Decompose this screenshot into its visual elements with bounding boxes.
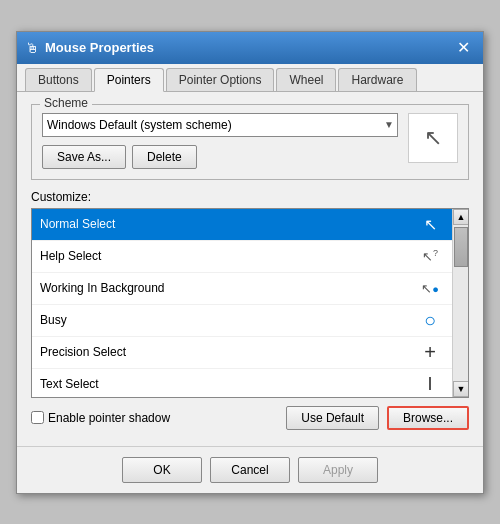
cursor-icon-text: I xyxy=(416,374,444,395)
scheme-select-wrapper[interactable]: Windows Default (system scheme) ▼ xyxy=(42,113,398,137)
enable-shadow-label[interactable]: Enable pointer shadow xyxy=(31,411,278,425)
dialog-footer: OK Cancel Apply xyxy=(17,446,483,493)
save-as-button[interactable]: Save As... xyxy=(42,145,126,169)
cursor-icon-precision: + xyxy=(416,341,444,364)
enable-shadow-checkbox[interactable] xyxy=(31,411,44,424)
cursor-icon-normal: ↖ xyxy=(416,215,444,234)
mouse-properties-dialog: 🖱 Mouse Properties ✕ Buttons Pointers Po… xyxy=(16,31,484,494)
scheme-group: Scheme Windows Default (system scheme) ▼… xyxy=(31,104,469,180)
browse-button[interactable]: Browse... xyxy=(387,406,469,430)
scrollbar-thumb[interactable] xyxy=(454,227,468,267)
list-item[interactable]: Text Select I xyxy=(32,369,452,397)
tab-content: Scheme Windows Default (system scheme) ▼… xyxy=(17,92,483,442)
delete-button[interactable]: Delete xyxy=(132,145,197,169)
dialog-icon: 🖱 xyxy=(25,40,39,56)
preview-cursor-icon: ↖ xyxy=(424,125,442,151)
customize-label: Customize: xyxy=(31,190,469,204)
tab-pointer-options[interactable]: Pointer Options xyxy=(166,68,275,91)
tab-hardware[interactable]: Hardware xyxy=(338,68,416,91)
dialog-title: Mouse Properties xyxy=(45,40,154,55)
scroll-up-button[interactable]: ▲ xyxy=(453,209,469,225)
cursor-icon-working: ↖● xyxy=(416,281,444,296)
title-bar-left: 🖱 Mouse Properties xyxy=(25,40,154,56)
item-name-busy: Busy xyxy=(40,313,67,327)
cursor-preview: ↖ xyxy=(408,113,458,163)
scheme-content: Windows Default (system scheme) ▼ Save A… xyxy=(42,113,458,169)
item-name-working: Working In Background xyxy=(40,281,165,295)
close-button[interactable]: ✕ xyxy=(451,36,475,60)
item-name-normal-select: Normal Select xyxy=(40,217,115,231)
item-name-text: Text Select xyxy=(40,377,99,391)
cursor-icon-help: ↖? xyxy=(416,248,444,264)
enable-shadow-text: Enable pointer shadow xyxy=(48,411,170,425)
tab-wheel[interactable]: Wheel xyxy=(276,68,336,91)
list-item[interactable]: Precision Select + xyxy=(32,337,452,369)
apply-button[interactable]: Apply xyxy=(298,457,378,483)
ok-button[interactable]: OK xyxy=(122,457,202,483)
scrollbar[interactable]: ▲ ▼ xyxy=(452,209,468,397)
bottom-row: Enable pointer shadow Use Default Browse… xyxy=(31,406,469,430)
cursor-list-container: Normal Select ↖ Help Select ↖? Working I… xyxy=(31,208,469,398)
scheme-left: Windows Default (system scheme) ▼ Save A… xyxy=(42,113,398,169)
list-item[interactable]: Normal Select ↖ xyxy=(32,209,452,241)
list-item[interactable]: Help Select ↖? xyxy=(32,241,452,273)
scroll-down-button[interactable]: ▼ xyxy=(453,381,469,397)
title-bar: 🖱 Mouse Properties ✕ xyxy=(17,32,483,64)
cursor-icon-busy: ○ xyxy=(416,309,444,332)
scheme-row: Windows Default (system scheme) ▼ xyxy=(42,113,398,137)
tab-bar: Buttons Pointers Pointer Options Wheel H… xyxy=(17,64,483,92)
scheme-buttons: Save As... Delete xyxy=(42,145,398,169)
tab-pointers[interactable]: Pointers xyxy=(94,68,164,92)
cancel-button[interactable]: Cancel xyxy=(210,457,290,483)
cursor-list[interactable]: Normal Select ↖ Help Select ↖? Working I… xyxy=(32,209,452,397)
item-name-precision: Precision Select xyxy=(40,345,126,359)
item-name-help-select: Help Select xyxy=(40,249,101,263)
customize-section: Customize: Normal Select ↖ Help Select ↖… xyxy=(31,190,469,430)
list-item[interactable]: Working In Background ↖● xyxy=(32,273,452,305)
scheme-group-label: Scheme xyxy=(40,96,92,110)
scheme-select[interactable]: Windows Default (system scheme) xyxy=(42,113,398,137)
use-default-button[interactable]: Use Default xyxy=(286,406,379,430)
scrollbar-track[interactable] xyxy=(453,225,468,381)
list-item[interactable]: Busy ○ xyxy=(32,305,452,337)
tab-buttons[interactable]: Buttons xyxy=(25,68,92,91)
